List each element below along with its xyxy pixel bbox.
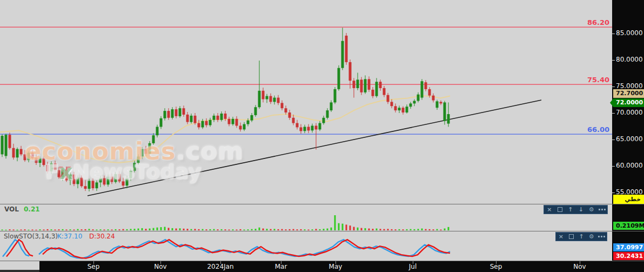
price-tick-label: 60.0000 xyxy=(616,162,643,169)
volume-bar xyxy=(119,229,120,230)
volume-bar xyxy=(293,229,294,230)
volume-bar xyxy=(229,230,230,231)
candle-body xyxy=(304,127,306,131)
sto-d-value: D:30.24 xyxy=(89,233,115,240)
candle-body xyxy=(368,79,371,90)
volume-bar xyxy=(346,224,347,230)
volume-bar xyxy=(134,229,136,230)
candle-body xyxy=(92,181,95,188)
sto-k-value: K:37.10 xyxy=(57,233,82,240)
volume-bar xyxy=(153,228,155,230)
candle-body xyxy=(417,95,420,101)
volume-bar xyxy=(2,230,3,231)
volume-bar xyxy=(160,227,162,230)
volume-bar xyxy=(221,229,223,230)
candle-body xyxy=(84,186,87,189)
volume-bar xyxy=(387,229,389,230)
volume-bar xyxy=(70,229,71,230)
candle-body xyxy=(406,107,408,112)
volume-bar xyxy=(206,229,207,230)
volume-bar xyxy=(5,230,7,230)
maximize-icon[interactable] xyxy=(556,205,564,214)
close-icon[interactable]: × xyxy=(546,205,553,214)
more-icon[interactable] xyxy=(598,205,606,214)
volume-bar xyxy=(28,230,30,230)
candle-body xyxy=(156,127,159,136)
candle-body xyxy=(198,123,200,128)
scale-type-badge[interactable]: خطي xyxy=(613,195,644,204)
price-tick-label: 80.0000 xyxy=(616,56,643,63)
candle-body xyxy=(251,115,253,121)
volume-bar xyxy=(24,229,26,230)
candle-body xyxy=(330,102,333,110)
volume-bar xyxy=(123,229,124,230)
candle-body xyxy=(160,118,163,127)
volume-bar xyxy=(164,227,166,231)
close-icon[interactable]: × xyxy=(557,233,565,241)
more-icon[interactable] xyxy=(598,233,606,241)
candle-body xyxy=(167,111,170,118)
more-dots xyxy=(598,236,605,237)
volume-bar xyxy=(350,225,351,230)
vol-indicator-label: VOL xyxy=(4,205,19,213)
moving-average-line[interactable] xyxy=(0,96,450,163)
move-up-icon[interactable]: ↑ xyxy=(567,205,574,214)
panel-separator-main-vol[interactable] xyxy=(0,204,644,204)
price-tick xyxy=(612,193,615,193)
candle-body xyxy=(353,81,355,88)
trend-line[interactable] xyxy=(88,100,541,196)
maximize-icon[interactable] xyxy=(567,233,575,241)
volume-bar xyxy=(55,230,56,231)
volume-bar xyxy=(255,229,257,230)
volume-bar xyxy=(198,229,200,230)
volume-bar xyxy=(251,229,253,230)
time-label-may: May xyxy=(329,263,343,270)
volume-bar xyxy=(149,229,151,231)
volume-bar xyxy=(274,229,276,230)
volume-bar xyxy=(157,228,158,230)
candle-body xyxy=(277,98,280,103)
candle-body xyxy=(319,123,321,130)
candle-body xyxy=(164,111,166,118)
volume-bar xyxy=(232,229,234,230)
volume-bar xyxy=(444,229,446,231)
candle-body xyxy=(243,124,246,130)
more-dots xyxy=(599,209,606,210)
volume-bar xyxy=(130,229,132,230)
move-up-icon[interactable]: ↑ xyxy=(578,233,585,241)
candle-body xyxy=(228,119,231,124)
volume-bar xyxy=(391,229,393,230)
settings-icon[interactable]: ⚙ xyxy=(588,205,595,214)
candle-body xyxy=(1,136,4,154)
volume-bar xyxy=(410,229,412,230)
volume-bar xyxy=(372,229,374,230)
volume-bar xyxy=(111,230,113,231)
volume-bar xyxy=(281,229,283,230)
settings-icon[interactable]: ⚙ xyxy=(588,233,595,241)
candle-body xyxy=(133,163,136,171)
candle-body xyxy=(444,102,446,121)
price-tick xyxy=(612,140,615,140)
sto-toolbar[interactable]: ×↑⚙ xyxy=(555,232,607,241)
sto-k-badge: 37.0997 xyxy=(613,243,644,251)
volume-bar xyxy=(331,228,332,230)
volume-bar xyxy=(319,229,321,230)
move-down-icon[interactable]: ↓ xyxy=(577,205,585,214)
volume-bar xyxy=(361,228,363,230)
candle-body xyxy=(217,116,219,120)
candle-body xyxy=(413,101,416,104)
price-tick-label: 85.0000 xyxy=(616,29,643,37)
candle-body xyxy=(145,149,147,154)
candle-body xyxy=(357,79,359,88)
time-label-sep: Sep xyxy=(88,263,100,270)
candle-body xyxy=(364,79,367,92)
candle-body xyxy=(54,163,57,170)
volume-bar xyxy=(183,229,185,230)
panel-separator-vol-sto[interactable] xyxy=(0,231,644,231)
volume-bar xyxy=(9,229,11,230)
vol-toolbar[interactable]: ×↑↓⚙ xyxy=(544,205,608,214)
volume-bar xyxy=(168,228,170,230)
last-price-badge: 72.0000 xyxy=(610,98,644,107)
price-tick xyxy=(612,87,615,87)
candle-body xyxy=(360,79,363,92)
